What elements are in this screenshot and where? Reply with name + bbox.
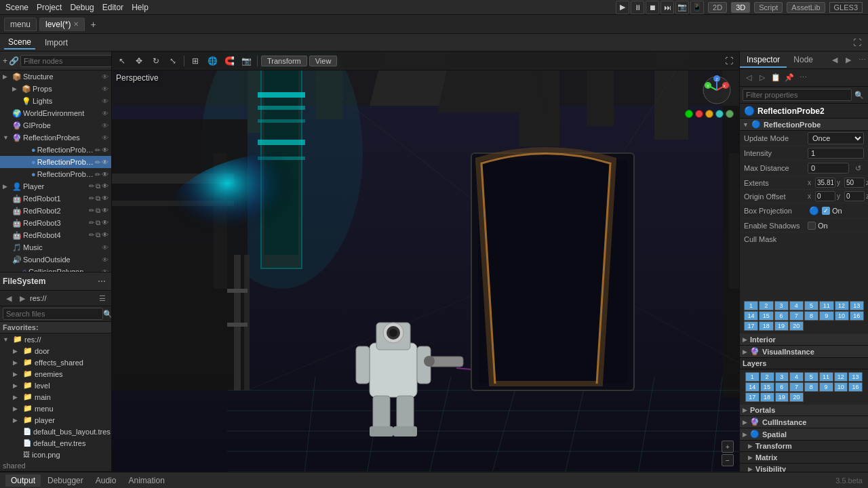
fs-item-enemies[interactable]: ▶ 📁 enemies (0, 368, 111, 380)
insp-expand-all-btn[interactable]: ⋯ (797, 72, 809, 84)
tree-item-giprobe[interactable]: ▶ 🔮 GIProbe 👁 (0, 119, 111, 131)
menu-scene[interactable]: Scene (5, 3, 28, 12)
vp-zoom-plus[interactable]: + (722, 441, 734, 453)
update-mode-select[interactable]: Once Always (808, 132, 864, 144)
layer-13[interactable]: 13 (848, 372, 863, 382)
vp-local-btn[interactable]: ⊞ (188, 54, 203, 68)
cull-5[interactable]: 5 (804, 301, 818, 310)
tab-output[interactable]: Output (5, 474, 41, 487)
layer-15[interactable]: 15 (760, 382, 774, 392)
layer-12[interactable]: 12 (834, 372, 848, 382)
filter-nodes-input[interactable] (20, 55, 112, 67)
fs-back-btn[interactable]: ◀ (3, 292, 15, 304)
vp-move-btn[interactable]: ✥ (132, 54, 146, 68)
tree-item-worldenv[interactable]: ▶ 🌍 WorldEnvironment 👁 (0, 107, 111, 119)
section-portals[interactable]: ▶ Portals (740, 405, 868, 416)
cull-17[interactable]: 17 (744, 321, 758, 331)
pause-button[interactable]: ⏸ (631, 1, 644, 14)
eye-icon-rp3[interactable]: 👁 (102, 171, 108, 178)
insp-collapse-btn[interactable]: ▶ (842, 54, 854, 66)
menu-project[interactable]: Project (37, 3, 62, 12)
tree-item-reflprobe2[interactable]: ▶ ● ReflectionProbe2 ✏ 👁 (0, 156, 111, 168)
fs-item-res[interactable]: ▼ 📁 res:// (0, 333, 111, 345)
tree-item-structure[interactable]: ▶ 📦 Structure 👁 (0, 70, 111, 83)
layer-3[interactable]: 3 (775, 372, 789, 382)
tab-import[interactable]: Import (41, 37, 72, 49)
fs-item-player[interactable]: ▶ 📁 player (0, 414, 111, 426)
tab-animation[interactable]: Animation (123, 474, 170, 487)
tree-item-redrobot3[interactable]: ▶ 🤖 RedRobot3 ✏ ⧉ 👁 (0, 217, 111, 229)
cull-18[interactable]: 18 (759, 321, 773, 331)
eye-icon-lights[interactable]: 👁 (102, 98, 108, 105)
fs-item-icon[interactable]: ▶ 🖼 icon.png (0, 449, 111, 460)
tab-scene[interactable]: Scene (4, 36, 35, 49)
section-interior[interactable]: ▶ Interior (740, 334, 868, 346)
cull-3[interactable]: 3 (774, 301, 789, 310)
eye-icon-reflprobes[interactable]: 👁 (102, 134, 108, 142)
menu-help[interactable]: Help (132, 3, 149, 12)
fs-search-icon[interactable]: 🔍 (103, 308, 112, 320)
tree-item-reflprobe3[interactable]: ▶ ● ReflectionProbe3 ✏ 👁 (0, 168, 111, 180)
eye-icon-player[interactable]: 👁 (102, 182, 108, 190)
shadows-checkbox[interactable] (808, 222, 816, 230)
cull-2[interactable]: 2 (759, 301, 773, 310)
cull-6[interactable]: 6 (774, 311, 789, 321)
vp-expand-btn[interactable]: ⛶ (722, 54, 736, 68)
edit-icon-player[interactable]: ✏ (89, 182, 94, 190)
origin-x-input[interactable] (815, 191, 835, 201)
insp-expand-btn[interactable]: ◀ (829, 54, 841, 66)
tree-item-music[interactable]: ▶ 🎵 Music 👁 (0, 241, 111, 253)
vis-icon-rr3[interactable]: ⧉ (96, 219, 100, 227)
tree-item-lights[interactable]: ▶ 💡 Lights 👁 (0, 95, 111, 107)
layer-16[interactable]: 16 (848, 382, 863, 392)
tree-item-redrobot2[interactable]: ▶ 🤖 RedRobot2 ✏ ⧉ 👁 (0, 205, 111, 217)
cull-13[interactable]: 13 (850, 301, 864, 310)
deploy-button[interactable]: 📱 (690, 1, 704, 14)
filesystem-menu-btn[interactable]: ⋯ (95, 274, 108, 288)
layer-19[interactable]: 19 (775, 392, 789, 402)
cull-9[interactable]: 9 (819, 311, 833, 321)
tab-inspector[interactable]: Inspector (740, 53, 787, 68)
section-transform[interactable]: ▶ Transform (740, 441, 868, 452)
mode-3d[interactable]: 3D (731, 2, 750, 13)
layer-20[interactable]: 20 (789, 392, 804, 402)
extents-x-input[interactable] (815, 178, 835, 188)
layer-4[interactable]: 4 (789, 372, 804, 382)
insp-paste-btn[interactable]: 📌 (783, 72, 795, 84)
mode-2d[interactable]: 2D (708, 2, 727, 13)
section-reflectionprobe[interactable]: ▼ 🔵 ReflectionProbe (740, 119, 868, 131)
cull-12[interactable]: 12 (835, 301, 849, 310)
menu-debug[interactable]: Debug (70, 3, 94, 12)
edit-icon-rr1[interactable]: ✏ (89, 195, 94, 203)
eye-icon-props[interactable]: 👁 (102, 85, 108, 93)
cull-8[interactable]: 8 (804, 311, 818, 321)
insp-forward-btn[interactable]: ▷ (756, 72, 768, 84)
edit-icon-rr2[interactable]: ✏ (89, 207, 94, 215)
fs-forward-btn[interactable]: ▶ (16, 292, 28, 304)
tab-menu[interactable]: menu (4, 18, 37, 31)
prop-filter-icon[interactable]: 🔍 (853, 89, 865, 101)
eye-icon-music[interactable]: 👁 (102, 244, 108, 251)
eye-icon-soundoutside[interactable]: 👁 (102, 256, 108, 264)
insp-copy-btn[interactable]: 📋 (770, 72, 782, 84)
edit-icon-rr3[interactable]: ✏ (89, 219, 94, 227)
vp-transform-btn[interactable]: Transform (261, 56, 307, 66)
fs-item-default-env[interactable]: ▶ 📄 default_env.tres (0, 437, 111, 449)
eye-icon-rr4[interactable]: 👁 (102, 231, 108, 239)
vp-snap-btn[interactable]: 🧲 (222, 54, 237, 68)
tree-item-reflprobe1[interactable]: ▶ ● ReflectionProbe1 ✏ 👁 (0, 144, 111, 156)
tree-item-reflprobes[interactable]: ▼ 🔮 ReflectionProbes 👁 (0, 131, 111, 144)
section-cull-instance[interactable]: ▶ 🔮 CullInstance (740, 416, 868, 428)
filesystem-header[interactable]: FileSystem ⋯ (0, 272, 111, 291)
vp-global-btn[interactable]: 🌐 (205, 54, 220, 68)
cull-19[interactable]: 19 (774, 321, 789, 331)
tab-debugger[interactable]: Debugger (42, 474, 89, 487)
vp-camera-btn[interactable]: 📷 (239, 54, 254, 68)
box-proj-checkbox[interactable]: ✓ (822, 207, 830, 215)
insp-menu-btn[interactable]: ⋯ (856, 54, 868, 66)
viewport[interactable]: ↖ ✥ ↻ ⤡ ⊞ 🌐 🧲 📷 Transform View ⛶ Perspec… (112, 52, 739, 472)
fs-item-main[interactable]: ▶ 📁 main (0, 391, 111, 403)
tab-add-button[interactable]: + (90, 19, 96, 30)
vis-icon-rr4[interactable]: ⧉ (96, 231, 100, 239)
link-node-button[interactable]: 🔗 (9, 54, 19, 68)
